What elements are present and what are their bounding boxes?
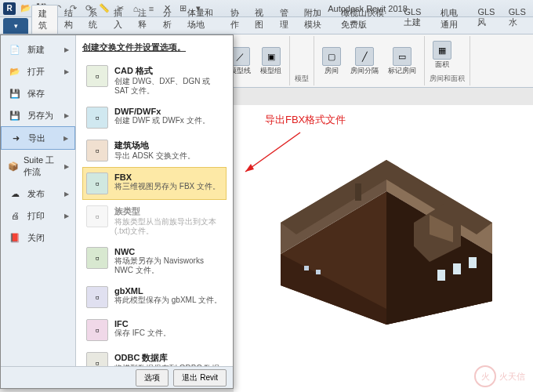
menu-item-save[interactable]: 💾保存 [1, 82, 75, 104]
ribbon-group-4: 模型 [290, 36, 314, 85]
export-format-icon: ▫ [86, 205, 108, 227]
export-item-6[interactable]: ▫gbXML将此模型保存为 gbXML 文件。 [82, 281, 227, 314]
export-text: IFC保存 IFC 文件。 [114, 319, 223, 341]
tab-1[interactable]: 结构 [58, 5, 83, 34]
menu-item-open[interactable]: 📂打开▶ [1, 60, 75, 82]
ribbon-btn-面积[interactable]: ▦面积 [430, 39, 455, 71]
svg-rect-10 [437, 270, 445, 281]
export-item-1[interactable]: ▫DWF/DWFx创建 DWF 或 DWFx 文件。 [82, 101, 227, 134]
tab-14[interactable]: GLS风 [471, 5, 502, 34]
export-format-icon: ▫ [86, 65, 108, 87]
app-menu: 📄新建▶📂打开▶💾保存💾另存为▶➜导出▶📦Suite 工作流▶☁发布▶🖨打印▶📕… [0, 34, 234, 389]
close-icon: 📕 [7, 231, 23, 244]
app-logo: R [3, 2, 16, 15]
tab-15[interactable]: GLS水 [502, 5, 533, 34]
viewport-3d[interactable]: 导出FBX格式文件 火 火天信 [234, 105, 533, 392]
svg-rect-13 [304, 266, 309, 270]
saveas-icon: 💾 [7, 109, 23, 122]
ribbon-btn-房间分隔[interactable]: ╱房间分隔 [347, 45, 382, 77]
svg-rect-14 [316, 270, 321, 274]
tab-10[interactable]: 附加模块 [298, 5, 335, 34]
menu-item-label: 关闭 [27, 232, 45, 244]
export-title: IFC [114, 319, 223, 328]
ribbon-group-6: ▦面积房间和面积 [425, 36, 470, 85]
tab-4[interactable]: 注释 [132, 5, 157, 34]
menu-right-panel: 创建交换文件并设置选项。 ▫CAD 格式创建 DWG、DXF、DGN 或 SAT… [76, 35, 233, 388]
ribbon-btn-label: 模型组 [260, 67, 281, 75]
menu-item-saveas[interactable]: 💾另存为▶ [1, 104, 75, 126]
export-title: gbXML [114, 286, 223, 296]
exit-button[interactable]: 退出 Revit [173, 369, 227, 387]
menu-item-close[interactable]: 📕关闭 [1, 227, 75, 249]
export-text: FBX将三维视图另存为 FBX 文件。 [114, 172, 223, 194]
menu-item-label: 打印 [27, 210, 45, 222]
callout-text: 导出FBX格式文件 [265, 113, 346, 127]
publish-icon: ☁ [7, 187, 23, 200]
chevron-right-icon: ▶ [64, 191, 69, 198]
menu-item-new[interactable]: 📄新建▶ [1, 38, 75, 60]
export-text: CAD 格式创建 DWG、DXF、DGN 或 SAT 文件。 [114, 65, 223, 96]
ribbon-btn-房间[interactable]: ▢房间 [319, 45, 344, 77]
menu-left-panel: 📄新建▶📂打开▶💾保存💾另存为▶➜导出▶📦Suite 工作流▶☁发布▶🖨打印▶📕… [1, 35, 76, 388]
menu-item-print[interactable]: 🖨打印▶ [1, 205, 75, 227]
menu-item-export[interactable]: ➜导出▶ [1, 126, 75, 150]
menu-item-label: Suite 工作流 [24, 154, 60, 178]
ribbon-group-label: 房间和面积 [430, 74, 465, 84]
svg-rect-11 [453, 263, 461, 274]
print-icon: 🖨 [7, 209, 23, 222]
export-text: DWF/DWFx创建 DWF 或 DWFx 文件。 [114, 107, 223, 129]
export-icon: ➜ [8, 132, 24, 144]
tab-8[interactable]: 视图 [248, 5, 274, 34]
svg-marker-1 [245, 164, 254, 172]
export-item-7[interactable]: ▫IFC保存 IFC 文件。 [82, 314, 227, 347]
watermark-logo-icon: 火 [474, 365, 496, 387]
ribbon-btn-标记房间[interactable]: ▭标记房间 [385, 45, 419, 77]
chevron-right-icon: ▶ [64, 46, 69, 53]
export-format-icon: ▫ [86, 319, 108, 341]
tab-0[interactable]: 建筑 [31, 5, 58, 34]
menu-footer: 选项 退出 Revit [1, 366, 233, 388]
export-desc: 创建 DWG、DXF、DGN 或 SAT 文件。 [114, 77, 223, 96]
menu-item-publish[interactable]: ☁发布▶ [1, 183, 75, 205]
tab-5[interactable]: 分析 [157, 5, 182, 34]
export-panel-title: 创建交换文件并设置选项。 [82, 42, 227, 53]
export-title: 建筑场地 [114, 140, 223, 151]
export-desc: 将场景另存为 Navisworks NWC 文件。 [114, 256, 223, 275]
tab-13[interactable]: 机电通用 [434, 5, 471, 34]
app-menu-button[interactable]: ▾ [3, 18, 28, 34]
tab-6[interactable]: 体量和场地 [181, 5, 224, 34]
menu-item-label: 打开 [27, 66, 45, 78]
new-icon: 📄 [7, 43, 23, 56]
tab-11[interactable]: 橄榄山快模·免费版 [335, 5, 397, 34]
export-format-icon: ▫ [86, 247, 108, 269]
ribbon-icon: ▢ [322, 47, 341, 66]
tab-9[interactable]: 管理 [274, 5, 299, 34]
svg-rect-15 [355, 183, 361, 201]
watermark: 火 火天信 [474, 365, 525, 387]
ribbon-icon: ▦ [433, 41, 451, 60]
ribbon-btn-模型组[interactable]: ▣模型组 [257, 45, 285, 77]
chevron-right-icon: ▶ [63, 135, 68, 142]
open-icon: 📂 [7, 65, 23, 78]
tab-3[interactable]: 插入 [107, 5, 132, 34]
menu-item-label: 发布 [27, 188, 45, 200]
tab-7[interactable]: 协作 [224, 5, 249, 34]
options-button[interactable]: 选项 [136, 369, 169, 387]
export-item-0[interactable]: ▫CAD 格式创建 DWG、DXF、DGN 或 SAT 文件。 [82, 60, 227, 101]
export-format-icon: ▫ [86, 140, 108, 162]
ribbon-btn-label: 面积 [435, 61, 449, 69]
export-desc: 将此模型保存为 gbXML 文件。 [114, 296, 223, 305]
ribbon-group-5: ▢房间╱房间分隔▭标记房间 [314, 36, 425, 85]
menu-item-suite[interactable]: 📦Suite 工作流▶ [1, 150, 75, 183]
export-title: 族类型 [114, 205, 223, 217]
export-text: 族类型将族类型从当前族导出到文本(.txt)文件。 [114, 205, 223, 236]
export-format-icon: ▫ [86, 172, 108, 194]
tab-12[interactable]: GLS土建 [397, 5, 434, 34]
export-item-3[interactable]: ▫FBX将三维视图另存为 FBX 文件。 [82, 167, 227, 200]
menu-item-label: 另存为 [27, 110, 53, 122]
tab-2[interactable]: 系统 [82, 5, 107, 34]
export-desc: 将三维视图另存为 FBX 文件。 [114, 182, 223, 191]
ribbon-btn-label: 房间 [325, 67, 339, 75]
export-item-5[interactable]: ▫NWC将场景另存为 Navisworks NWC 文件。 [82, 241, 227, 281]
export-item-2[interactable]: ▫建筑场地导出 ADSK 交换文件。 [82, 134, 227, 167]
